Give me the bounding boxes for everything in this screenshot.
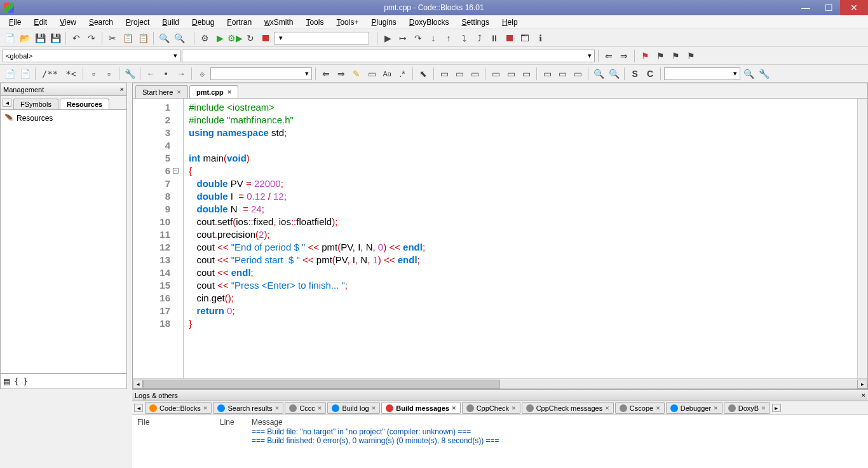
menu-wxsmith[interactable]: wxSmith bbox=[258, 17, 299, 28]
bookmark-clear-icon[interactable]: ⚑ bbox=[684, 49, 698, 63]
jump-dropdown[interactable]: ▾ bbox=[210, 67, 312, 80]
select-prev-icon[interactable]: ⇐ bbox=[319, 67, 333, 81]
logs-tab-build-messages[interactable]: Build messages× bbox=[381, 402, 460, 414]
find-icon[interactable]: 🔍 bbox=[157, 31, 171, 45]
logs-tab-cscope[interactable]: Cscope× bbox=[615, 402, 665, 414]
bookmark-toggle-icon[interactable]: ⚑ bbox=[638, 49, 652, 63]
logs-tab-search-results[interactable]: Search results× bbox=[213, 402, 283, 414]
menu-settings[interactable]: Settings bbox=[456, 17, 496, 28]
logs-tab-code--blocks[interactable]: Code::Blocks× bbox=[145, 402, 212, 414]
code-line[interactable]: #include <iostream> bbox=[189, 101, 857, 114]
debug-run-icon[interactable]: ▶ bbox=[381, 31, 395, 45]
close-button[interactable]: ✕ bbox=[840, 0, 868, 15]
logs-tab-debugger[interactable]: Debugger× bbox=[666, 402, 722, 414]
shape5-icon[interactable]: ▭ bbox=[504, 67, 518, 81]
nav-back-icon[interactable]: ← bbox=[144, 67, 158, 81]
s-icon[interactable]: S bbox=[628, 67, 642, 81]
tab-resources[interactable]: Resources bbox=[60, 99, 109, 109]
next-line-icon[interactable]: ↷ bbox=[411, 31, 425, 45]
code-line[interactable]: cout << endl; bbox=[189, 266, 857, 279]
scroll-right-icon[interactable]: ▸ bbox=[857, 380, 867, 389]
logs-tab-close-icon[interactable]: × bbox=[203, 404, 208, 412]
shape6-icon[interactable]: ▭ bbox=[519, 67, 533, 81]
shape2-icon[interactable]: ▭ bbox=[452, 67, 466, 81]
logs-tab-close-icon[interactable]: × bbox=[372, 404, 376, 412]
run-icon[interactable]: ▶ bbox=[213, 31, 227, 45]
zoom-in-icon[interactable]: 🔍 bbox=[592, 67, 606, 81]
logs-tab-close-icon[interactable]: × bbox=[318, 404, 322, 412]
menu-debug[interactable]: Debug bbox=[186, 17, 220, 28]
maximize-button[interactable]: ☐ bbox=[817, 0, 840, 15]
logs-tab-close-icon[interactable]: × bbox=[452, 404, 456, 412]
code-line[interactable]: cout << "Period start $ " << pmt(PV, I, … bbox=[189, 254, 857, 266]
save-icon[interactable]: 💾 bbox=[33, 31, 47, 45]
cursor-icon[interactable]: ⬉ bbox=[416, 67, 430, 81]
logs-tab-close-icon[interactable]: × bbox=[714, 404, 718, 412]
comment-line-button[interactable]: *< bbox=[62, 67, 79, 81]
regex-icon[interactable]: .* bbox=[395, 67, 409, 81]
code-line[interactable]: double N = 24; bbox=[189, 203, 857, 216]
build-target-dropdown[interactable]: ▾ bbox=[274, 32, 369, 45]
menu-search[interactable]: Search bbox=[83, 17, 119, 28]
shape7-icon[interactable]: ▭ bbox=[540, 67, 554, 81]
menu-plugins[interactable]: Plugins bbox=[365, 17, 402, 28]
jump-fwd-icon[interactable]: ⇒ bbox=[617, 49, 631, 63]
code-line[interactable]: #include "mathfinance.h" bbox=[189, 114, 857, 127]
fold-marker-icon[interactable]: − bbox=[173, 168, 179, 174]
shape8-icon[interactable]: ▭ bbox=[555, 67, 569, 81]
logs-tab-close-icon[interactable]: × bbox=[512, 404, 516, 412]
braces-icon[interactable]: { } bbox=[14, 377, 28, 386]
shape9-icon[interactable]: ▭ bbox=[571, 67, 585, 81]
tree-root-item[interactable]: 🪶 Resources bbox=[3, 113, 124, 124]
run-doxy-icon[interactable]: ▫ bbox=[86, 67, 100, 81]
log-message-row[interactable]: === Build file: "no target" in "no proje… bbox=[137, 427, 863, 436]
zoom-out-icon[interactable]: 🔍 bbox=[607, 67, 621, 81]
nav-dot-icon[interactable]: • bbox=[159, 67, 173, 81]
build-icon[interactable]: ⚙ bbox=[198, 31, 212, 45]
line-gutter[interactable]: − 123456789101112131415161718 bbox=[133, 99, 184, 378]
abort-icon[interactable] bbox=[259, 31, 273, 45]
select-next-icon[interactable]: ⇒ bbox=[334, 67, 348, 81]
horizontal-scrollbar[interactable]: ◂ ▸ bbox=[133, 378, 867, 389]
step-into-icon[interactable]: ↓ bbox=[426, 31, 440, 45]
undo-icon[interactable]: ↶ bbox=[69, 31, 83, 45]
rebuild-icon[interactable]: ↻ bbox=[243, 31, 257, 45]
code-line[interactable]: return 0; bbox=[189, 305, 857, 317]
scope-dropdown[interactable]: <global>▾ bbox=[3, 50, 180, 62]
tab-close-icon[interactable]: × bbox=[227, 88, 232, 96]
run-to-cursor-icon[interactable]: ↦ bbox=[396, 31, 410, 45]
text-dropdown[interactable]: ▾ bbox=[664, 67, 740, 80]
toggle-source-icon[interactable]: 📄 bbox=[3, 67, 17, 81]
menu-help[interactable]: Help bbox=[496, 17, 524, 28]
vertical-scrollbar[interactable] bbox=[857, 99, 867, 378]
logs-tab-right-icon[interactable]: ▸ bbox=[772, 404, 781, 412]
doxy-chm-icon[interactable]: 🔧 bbox=[123, 67, 137, 81]
match-case-icon[interactable]: Aa bbox=[380, 67, 394, 81]
code-line[interactable]: cout.precision(2); bbox=[189, 228, 857, 241]
code-line[interactable]: double I = 0.12 / 12; bbox=[189, 190, 857, 203]
code-line[interactable]: double PV = 22000; bbox=[189, 177, 857, 190]
highlight-icon[interactable]: ✎ bbox=[349, 67, 363, 81]
shape1-icon[interactable]: ▭ bbox=[437, 67, 451, 81]
toggle-header-icon[interactable]: 📄 bbox=[18, 67, 32, 81]
menu-view[interactable]: View bbox=[53, 17, 83, 28]
menu-toolsplus[interactable]: Tools+ bbox=[330, 17, 365, 28]
logs-tab-cppcheck[interactable]: CppCheck× bbox=[462, 402, 520, 414]
cut-icon[interactable]: ✂ bbox=[105, 31, 119, 45]
search-box-icon[interactable]: 🔍 bbox=[742, 67, 756, 81]
comment-block-button[interactable]: /** bbox=[39, 67, 61, 81]
logs-content[interactable]: File Line Message === Build file: "no ta… bbox=[132, 415, 868, 468]
next-instr-icon[interactable]: ⤵ bbox=[457, 31, 471, 45]
menu-project[interactable]: Project bbox=[119, 17, 156, 28]
code-line[interactable] bbox=[189, 139, 857, 152]
logs-tab-cppcheck-messages[interactable]: CppCheck messages× bbox=[522, 402, 614, 414]
c-icon[interactable]: C bbox=[643, 67, 657, 81]
options-icon[interactable]: 🔧 bbox=[757, 67, 771, 81]
code-line[interactable]: int main(void) bbox=[189, 152, 857, 165]
code-line[interactable]: using namespace std; bbox=[189, 127, 857, 139]
menu-edit[interactable]: Edit bbox=[27, 17, 53, 28]
step-out-icon[interactable]: ↑ bbox=[442, 31, 456, 45]
step-instr-icon[interactable]: ⤴ bbox=[472, 31, 486, 45]
logs-close-icon[interactable]: × bbox=[861, 391, 865, 399]
menu-tools[interactable]: Tools bbox=[299, 17, 330, 28]
